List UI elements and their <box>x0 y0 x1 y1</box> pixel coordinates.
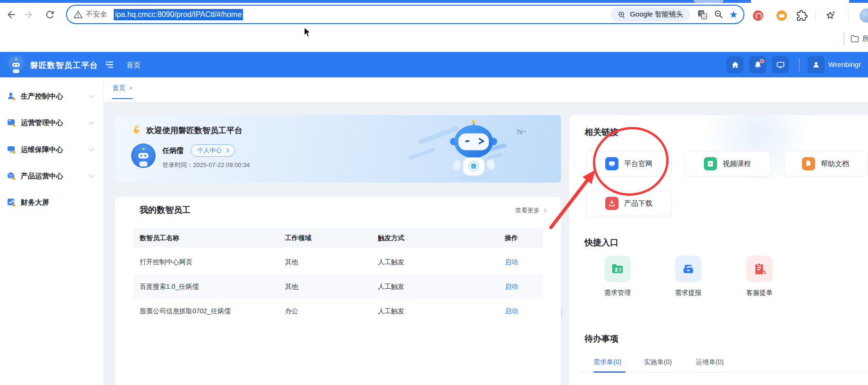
table-header: 数智员工名称 工作领域 触发方式 操作 <box>133 228 543 248</box>
url-text[interactable]: ipa.hq.cmcc:8090/prod/IPACtl/#/home <box>114 9 243 20</box>
launch-button[interactable]: 启动 <box>505 307 518 316</box>
back-icon[interactable] <box>6 9 17 20</box>
shortcut-service-ticket[interactable]: 客服提单 <box>731 256 788 297</box>
chevron-right-icon <box>225 149 229 152</box>
sidebar-item-label: 运营管理中心 <box>21 118 63 127</box>
sidebar-item-maintenance[interactable]: 运维保障中心 <box>0 140 104 159</box>
reload-icon[interactable] <box>44 9 56 20</box>
shortcut-demand-submit[interactable]: 需求提报 <box>660 256 717 297</box>
chevron-right-icon <box>542 209 546 212</box>
employees-card: 我的数智员工 查看更多 数智员工名称 工作领域 触发方式 操作 打开控制中心网页… <box>115 197 561 385</box>
product-download-icon <box>605 197 618 210</box>
col-name: 数智员工名称 <box>140 234 179 243</box>
sidebar-collapse-icon[interactable] <box>105 60 114 69</box>
link-label: 平台官网 <box>624 159 652 168</box>
tab-home-label: 首页 <box>112 84 125 92</box>
shortcut-label: 需求提报 <box>660 289 717 297</box>
bookmarks-bar: 所 <box>0 26 868 52</box>
cell-name: 打开控制中心网页 <box>140 258 192 267</box>
shortcut-label: 需求管理 <box>589 289 646 297</box>
welcome-banner: 欢迎使用磐匠数智员工平台 任炳儒 个人中心 登录时间：2025-07-22 09… <box>115 115 561 183</box>
tab-implementation-orders[interactable]: 实施单(0) <box>644 358 672 367</box>
cell-name: 百度搜索1.0_任炳儒 <box>140 283 199 291</box>
extensions-puzzle-icon[interactable] <box>796 10 808 21</box>
cell-domain: 办公 <box>285 307 298 316</box>
home-button[interactable] <box>726 56 743 73</box>
video-courses-icon <box>704 157 717 170</box>
notifications-button[interactable] <box>749 56 766 73</box>
translate-icon[interactable]: 文A <box>697 9 708 20</box>
link-label: 帮助文档 <box>821 159 849 168</box>
right-panel: 相关链接 平台官网 视频课程 帮助文档 产品下载 快捷入口 <box>569 115 868 385</box>
login-time-label: 登录时间： <box>162 161 193 168</box>
related-links-title: 相关链接 <box>584 126 618 138</box>
bookmarks-separator <box>843 33 844 45</box>
launch-button[interactable]: 启动 <box>505 258 518 267</box>
welcome-title: 欢迎使用磐匠数智员工平台 <box>146 125 242 136</box>
tab-home[interactable]: 首页 × <box>112 84 133 99</box>
robot-mascot <box>440 118 508 183</box>
sidebar-item-operations-mgmt[interactable]: 运营管理中心 <box>0 113 104 132</box>
header-nav-home[interactable]: 首页 <box>126 61 141 70</box>
login-time-value: 2025-07-22 09:00:34 <box>193 161 250 168</box>
shortcut-demand-mgmt[interactable]: 需求管理 <box>589 256 646 297</box>
user-robot-avatar <box>131 143 156 168</box>
notification-badge <box>760 59 764 63</box>
link-label: 产品下载 <box>624 199 652 208</box>
browser-profile-avatar[interactable] <box>860 8 868 23</box>
link-platform-site[interactable]: 平台官网 <box>586 151 672 176</box>
page-tabbar: 首页 × <box>104 77 868 102</box>
sidebar-item-label: 生产控制中心 <box>21 92 63 101</box>
screen: 不安全 ipa.hq.cmcc:8090/prod/IPACtl/#/home … <box>0 0 868 385</box>
lens-label: Google 智能镜头 <box>630 10 683 19</box>
tab-close-icon[interactable]: × <box>129 84 133 92</box>
google-lens-button[interactable]: Google 智能镜头 <box>610 8 690 22</box>
cell-domain: 其他 <box>285 283 298 291</box>
sidebar-item-product-operations[interactable]: 产品运营中心 <box>0 167 104 185</box>
link-video-courses[interactable]: 视频课程 <box>684 151 771 176</box>
cell-trigger: 人工触发 <box>378 283 404 291</box>
bookmarks-folder-icon[interactable] <box>850 34 860 43</box>
bookmark-collection-icon[interactable] <box>825 10 836 21</box>
toolbar-separator <box>815 10 816 21</box>
sidebar-item-production-control[interactable]: 生产控制中心 <box>0 87 104 106</box>
link-product-download[interactable]: 产品下载 <box>586 191 672 216</box>
tab-demand-orders[interactable]: 需求单(0) <box>593 358 621 367</box>
link-help-docs[interactable]: 帮助文档 <box>784 151 867 176</box>
bookmark-star-icon[interactable]: ★ <box>728 9 739 20</box>
cube-icon <box>7 171 16 181</box>
address-bar[interactable]: 不安全 ipa.hq.cmcc:8090/prod/IPACtl/#/home … <box>66 5 744 24</box>
user-avatar[interactable] <box>808 56 825 73</box>
header-username[interactable]: Wrenbingr <box>828 60 861 68</box>
extension-red-icon[interactable] <box>753 10 763 21</box>
sidebar-item-finance-dashboard[interactable]: 财务大屏 <box>0 193 104 212</box>
launch-button[interactable]: 启动 <box>505 283 518 291</box>
table-row: 百度搜索1.0_任炳儒 其他 人工触发 启动 <box>133 275 543 299</box>
cell-name: 股票公司信息抓取0702_任炳儒 <box>140 307 231 316</box>
app-title: 磐匠数智员工平台 <box>30 60 98 71</box>
person-icon <box>7 92 16 101</box>
screen-cast-button[interactable] <box>772 56 789 73</box>
view-more-label: 查看更多 <box>515 206 540 215</box>
sidebar-item-label: 运维保障中心 <box>21 145 63 154</box>
col-trigger: 触发方式 <box>378 234 404 243</box>
chevron-down-icon <box>89 92 94 98</box>
link-label: 视频课程 <box>723 159 751 168</box>
chevron-down-icon <box>89 146 94 151</box>
header-separator <box>799 58 800 71</box>
zoom-out-icon[interactable] <box>713 9 724 20</box>
profile-center-button[interactable]: 个人中心 <box>191 144 235 157</box>
forward-icon[interactable] <box>23 9 34 20</box>
sidebar-item-label: 财务大屏 <box>21 198 49 207</box>
lens-icon <box>617 10 626 19</box>
tab-maintenance-orders[interactable]: 运维单(0) <box>696 358 724 367</box>
shortcuts-title: 快捷入口 <box>584 237 618 248</box>
table-row: 股票公司信息抓取0702_任炳儒 办公 人工触发 启动 <box>133 299 543 324</box>
demand-mgmt-icon <box>604 256 631 282</box>
extension-orange-icon[interactable] <box>776 10 787 21</box>
security-label[interactable]: 不安全 <box>86 10 107 19</box>
view-more-link[interactable]: 查看更多 <box>515 206 546 215</box>
bookmarks-folder-label[interactable]: 所 <box>862 34 868 43</box>
home-icon <box>731 60 740 69</box>
chevron-down-icon <box>89 172 94 177</box>
